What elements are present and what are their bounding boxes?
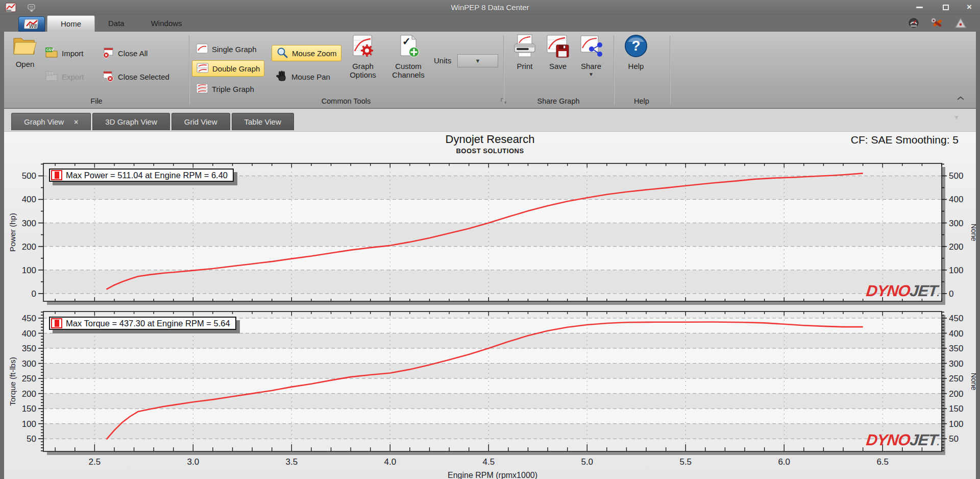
svg-text:6.0: 6.0 <box>778 457 790 467</box>
svg-text:2.5: 2.5 <box>89 457 101 467</box>
svg-text:400: 400 <box>949 329 963 339</box>
svg-text:3.5: 3.5 <box>285 457 298 467</box>
save-button[interactable]: Save <box>543 34 573 70</box>
magnifier-icon <box>276 47 288 60</box>
svg-text:250: 250 <box>22 374 36 384</box>
single-graph-icon <box>196 43 208 55</box>
tools-icon[interactable] <box>931 17 943 31</box>
svg-text:350: 350 <box>22 344 36 353</box>
ribbon-tabs: HomeDataWindows <box>47 15 195 32</box>
svg-text:Power (hp): Power (hp) <box>8 213 17 252</box>
mouse-zoom-button[interactable]: Mouse Zoom <box>272 45 341 61</box>
view-tab-graph-view[interactable]: Graph View× <box>11 113 91 130</box>
svg-text:5.0: 5.0 <box>581 457 593 467</box>
document-area: ▼ Graph View×3D Graph ViewGrid ViewTable… <box>4 109 976 479</box>
svg-text:400: 400 <box>22 329 36 339</box>
view-tab-label: 3D Graph View <box>105 113 157 131</box>
common-tools-group-label: Common Tools <box>189 96 503 106</box>
units-label: Units <box>434 56 451 65</box>
ribbon: Open CSV Import CSV Export Close All Clo… <box>4 32 976 108</box>
ribbon-tab-home[interactable]: Home <box>47 15 95 32</box>
view-tab-label: Table View <box>244 113 281 131</box>
svg-text:200: 200 <box>949 242 963 252</box>
close-button[interactable]: × <box>962 2 977 13</box>
svg-text:0: 0 <box>949 289 953 299</box>
close-selected-button[interactable]: Close Selected <box>98 68 174 85</box>
svg-text:3.0: 3.0 <box>187 457 200 467</box>
maximize-button[interactable] <box>938 2 953 13</box>
svg-text:100: 100 <box>949 419 963 429</box>
svg-text:4.0: 4.0 <box>384 457 396 467</box>
svg-text:W8: W8 <box>29 23 37 29</box>
view-tab-table-view[interactable]: Table View <box>232 113 294 130</box>
svg-text:0: 0 <box>32 289 36 299</box>
view-tab-3d-graph-view[interactable]: 3D Graph View <box>92 113 169 130</box>
power-series-swatch <box>51 170 62 180</box>
double-graph-button[interactable]: Double Graph <box>192 60 264 77</box>
folder-icon <box>12 34 38 58</box>
title-bar: WinPEP 8 Data Center × <box>0 0 980 15</box>
torque-series-swatch <box>51 318 62 328</box>
triple-graph-icon <box>196 83 208 95</box>
help-icon: ? <box>624 34 648 60</box>
power-legend: Max Power = 511.04 at Engine RPM = 6.40 <box>49 169 234 182</box>
triple-graph-button[interactable]: Triple Graph <box>192 81 258 97</box>
import-button[interactable]: CSV Import <box>41 45 88 61</box>
svg-text:300: 300 <box>949 359 963 369</box>
mouse-pan-button[interactable]: Mouse Pan <box>272 68 334 85</box>
units-dropdown[interactable]: ▼ <box>457 54 498 67</box>
single-graph-button[interactable]: Single Graph <box>192 41 261 57</box>
custom-channels-icon: ✓ <box>396 34 421 60</box>
svg-text:350: 350 <box>949 344 963 353</box>
application-menu-button[interactable]: W8 <box>18 16 45 32</box>
svg-text:✓: ✓ <box>402 36 411 47</box>
import-csv-icon: CSV <box>45 47 58 60</box>
svg-text:CSV: CSV <box>46 48 54 52</box>
svg-text:100: 100 <box>22 419 36 429</box>
svg-text:Torque (ft-lbs): Torque (ft-lbs) <box>8 357 17 406</box>
tabstrip-dropdown-icon[interactable]: ▼ <box>953 114 960 121</box>
svg-text:500: 500 <box>22 171 36 181</box>
share-dropdown-caret[interactable]: ▼ <box>589 71 594 77</box>
gauge-icon[interactable] <box>908 17 920 31</box>
open-button[interactable]: Open <box>9 34 41 68</box>
view-tab-grid-view[interactable]: Grid View <box>172 113 230 130</box>
svg-text:None: None <box>970 373 976 391</box>
svg-text:100: 100 <box>949 266 963 275</box>
close-tab-icon[interactable]: × <box>74 113 78 131</box>
view-tab-label: Grid View <box>184 113 217 131</box>
dynojet-watermark: DYNOJET. <box>865 431 940 449</box>
close-all-button[interactable]: Close All <box>98 45 152 61</box>
torque-legend-text: Max Torque = 437.30 at Engine RPM = 5.64 <box>66 319 230 328</box>
svg-text:300: 300 <box>22 219 36 228</box>
status-tray-icons <box>908 17 967 31</box>
print-icon <box>512 34 537 60</box>
share-icon <box>578 34 604 60</box>
svg-text:4.5: 4.5 <box>482 457 495 467</box>
svg-text:250: 250 <box>949 374 963 384</box>
double-graph-icon <box>197 63 209 75</box>
power-legend-text: Max Power = 511.04 at Engine RPM = 6.40 <box>66 171 228 180</box>
help-button[interactable]: ? Help <box>621 34 651 70</box>
svg-text:6.5: 6.5 <box>876 457 889 467</box>
graph-options-button[interactable]: Graph Options <box>346 34 380 79</box>
dyno-charts[interactable]: 00100100200200300300400400500500Power (h… <box>4 132 976 479</box>
svg-text:200: 200 <box>949 389 963 399</box>
share-graph-group-label: Share Graph <box>503 96 614 106</box>
share-button[interactable]: Share ▼ <box>576 34 606 77</box>
print-button[interactable]: Print <box>509 34 540 70</box>
svg-text:450: 450 <box>22 314 36 323</box>
collapse-ribbon-icon[interactable] <box>957 93 965 103</box>
view-tabs: Graph View×3D Graph ViewGrid ViewTable V… <box>11 113 294 130</box>
graph-view-panel: Dynojet Research BOOST SOLUTIONS CF: SAE… <box>4 131 976 479</box>
custom-channels-button[interactable]: ✓ Custom Channels <box>388 34 429 79</box>
ribbon-tab-windows[interactable]: Windows <box>138 15 195 32</box>
minimize-button[interactable] <box>912 2 927 13</box>
svg-text:150: 150 <box>949 404 963 414</box>
svg-text:400: 400 <box>949 195 963 204</box>
warning-icon[interactable] <box>954 17 967 31</box>
ribbon-tab-data[interactable]: Data <box>95 15 138 32</box>
svg-text:?: ? <box>631 38 640 54</box>
svg-text:50: 50 <box>949 434 959 444</box>
export-button[interactable]: CSV Export <box>41 68 88 85</box>
